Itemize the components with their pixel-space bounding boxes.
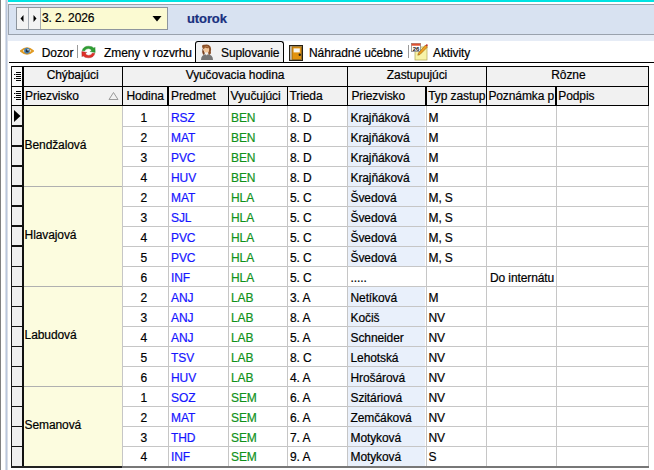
svg-text:26: 26: [413, 46, 420, 52]
